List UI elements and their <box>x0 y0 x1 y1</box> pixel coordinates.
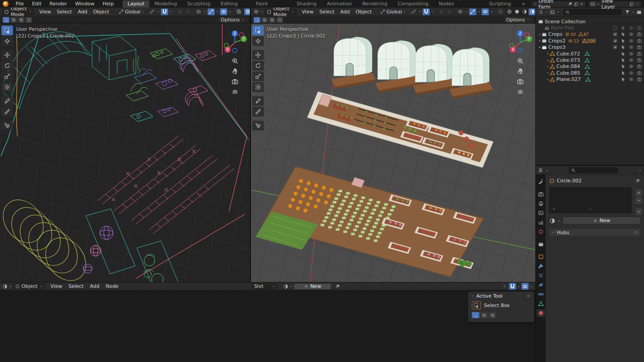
tool-transform[interactable] <box>252 82 264 92</box>
tab-modifiers[interactable] <box>537 262 545 270</box>
orientation-label[interactable]: Global <box>386 9 402 15</box>
outliner-row-scene-collection[interactable]: Scene Collection <box>536 18 644 25</box>
material-sphere-icon[interactable] <box>549 218 555 224</box>
viewport-left-canvas[interactable]: User Perspective (22) Crops3 | Circle.00… <box>0 24 250 282</box>
select-mode-subtract-button[interactable] <box>18 17 25 23</box>
overlays-toggle[interactable] <box>482 8 489 15</box>
viewport-right-canvas[interactable]: User Perspective (22) Crops3 | Circle.00… <box>251 24 535 282</box>
selectable-icon[interactable] <box>621 71 626 76</box>
tab-add-workspace[interactable]: + <box>517 0 530 8</box>
mode-set-button[interactable] <box>472 312 479 318</box>
select-menu[interactable]: Select <box>66 283 86 289</box>
mode-dropdown[interactable]: Object Mode <box>2 8 34 15</box>
exclude-checkbox-icon[interactable] <box>613 38 618 43</box>
outliner-row-cube073[interactable]: Cube.073 <box>536 57 644 63</box>
new-node-material-button[interactable]: New <box>294 283 331 290</box>
tab-collection[interactable] <box>537 240 545 248</box>
render-camera-icon[interactable] <box>637 77 642 82</box>
tab-particles[interactable] <box>537 272 545 279</box>
exclude-checkbox-icon[interactable] <box>613 45 618 50</box>
expand-icon[interactable] <box>538 39 542 42</box>
tool-rotate[interactable] <box>252 61 264 71</box>
expand-icon[interactable] <box>546 78 550 81</box>
select-menu[interactable]: Select <box>317 9 337 15</box>
collapse-icon[interactable] <box>538 46 542 49</box>
tab-output[interactable] <box>537 200 545 207</box>
tool-annotate[interactable] <box>252 96 264 106</box>
outliner-row-cube072[interactable]: Cube.072 <box>536 51 644 57</box>
tab-object-data[interactable] <box>537 300 545 307</box>
pin-icon[interactable] <box>335 284 340 289</box>
tab-world[interactable] <box>537 228 545 236</box>
outliner-row-cube085[interactable]: Cube.085 <box>536 70 644 76</box>
tool-add-cube[interactable] <box>1 121 13 130</box>
new-scene-icon[interactable] <box>574 2 578 6</box>
add-menu[interactable]: Add <box>75 9 90 15</box>
gizmos-toggle[interactable] <box>208 8 215 15</box>
tab-shading[interactable]: Shading <box>292 0 322 8</box>
tab-geometry-nodes[interactable]: Geometry Nodes <box>434 0 484 8</box>
tool-select-box[interactable] <box>1 25 13 35</box>
pin-icon[interactable] <box>635 178 640 184</box>
select-mode-set-button[interactable] <box>3 17 9 23</box>
material-slots-list[interactable] <box>549 187 631 213</box>
tab-scripting[interactable]: Scripting <box>484 0 516 8</box>
falloff-button[interactable] <box>446 8 453 15</box>
tab-animation[interactable]: Animation <box>322 0 357 8</box>
node-overlays-toggle[interactable] <box>521 283 529 290</box>
filter-icon[interactable] <box>625 9 630 15</box>
navigation-gizmo[interactable]: Z Y X <box>222 29 247 54</box>
ortho-toggle-button[interactable] <box>517 88 524 95</box>
outliner-row-plane027[interactable]: Plane.027 <box>536 76 644 83</box>
tool-select-box[interactable] <box>252 25 264 35</box>
shading-wireframe-button[interactable] <box>506 8 513 15</box>
expand-icon[interactable] <box>538 33 542 36</box>
camera-view-button[interactable] <box>517 78 524 85</box>
selectable-icon[interactable] <box>621 77 626 82</box>
outliner-row-farm-plot[interactable]: Farm Plot <box>536 25 644 31</box>
expand-icon[interactable] <box>546 52 550 55</box>
outliner-search-input[interactable] <box>563 9 622 15</box>
render-camera-icon[interactable] <box>637 51 642 56</box>
tool-move[interactable] <box>252 50 264 60</box>
tool-cursor[interactable] <box>252 36 264 46</box>
selectable-icon[interactable] <box>621 58 626 63</box>
tab-rendering[interactable]: Rendering <box>357 0 392 8</box>
tab-material[interactable] <box>537 309 545 317</box>
hide-eye-icon[interactable] <box>629 32 634 37</box>
menu-edit[interactable]: Edit <box>28 1 45 7</box>
tab-physics[interactable] <box>537 281 545 289</box>
shader-editor-canvas[interactable] <box>0 290 535 362</box>
pan-button[interactable] <box>232 68 238 75</box>
gizmos-toggle[interactable] <box>469 8 476 15</box>
render-camera-icon[interactable] <box>637 25 642 30</box>
hide-eye-icon[interactable] <box>629 38 634 43</box>
view-menu[interactable]: View <box>37 9 54 15</box>
hide-eye-icon[interactable] <box>629 58 634 63</box>
selectable-icon[interactable] <box>621 38 626 43</box>
menu-file[interactable]: File <box>12 1 27 7</box>
outliner-row-crops2[interactable]: Crops2 13 100 <box>536 38 644 44</box>
mode-extend-button[interactable] <box>480 312 488 318</box>
tab-compositing[interactable]: Compositing <box>393 0 433 8</box>
selectable-icon[interactable] <box>621 32 626 37</box>
exclude-checkbox-icon[interactable] <box>613 32 618 37</box>
outliner-editor-icon[interactable] <box>538 9 543 15</box>
hide-eye-icon[interactable] <box>629 45 634 50</box>
mode-dropdown[interactable]: Object Mode <box>264 8 297 15</box>
object-menu[interactable]: Object <box>90 9 112 15</box>
expand-icon[interactable] <box>546 71 550 75</box>
tab-render[interactable] <box>537 190 545 198</box>
tool-scale[interactable] <box>1 72 13 81</box>
panel-menu-icon[interactable] <box>526 293 531 299</box>
selectable-icon[interactable] <box>621 64 626 69</box>
render-camera-icon[interactable] <box>637 32 642 37</box>
visibility-dropdown[interactable] <box>457 8 464 15</box>
remove-slot-button[interactable] <box>636 197 642 204</box>
active-tool-panel-header[interactable]: Active Tool <box>468 292 534 300</box>
options-dropdown[interactable]: Options <box>504 17 533 23</box>
mode-subtract-button[interactable] <box>489 312 496 318</box>
shading-material-button[interactable] <box>521 8 528 15</box>
expand-icon[interactable] <box>552 207 556 211</box>
hide-eye-icon[interactable] <box>629 25 634 30</box>
